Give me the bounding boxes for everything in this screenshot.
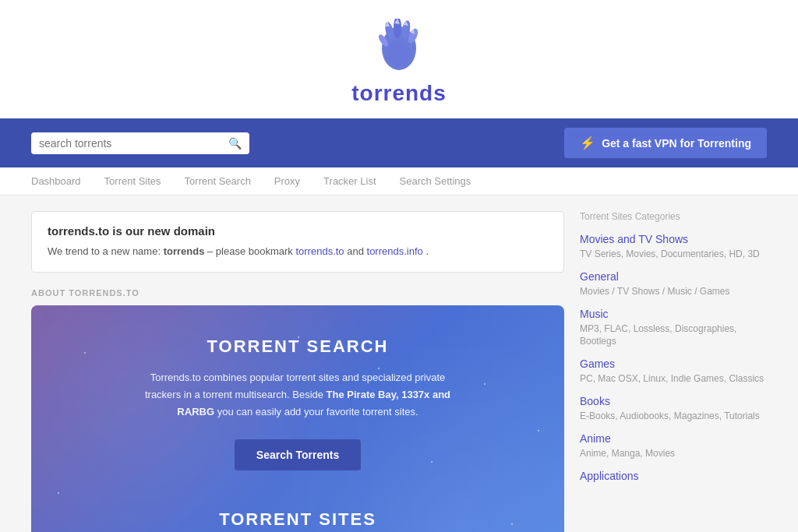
nav-bar: 🔍 ⚡ Get a fast VPN for Torrenting xyxy=(0,118,798,167)
nav-link-proxy[interactable]: Proxy xyxy=(274,175,300,187)
category-anime-link[interactable]: Anime xyxy=(580,432,767,445)
nav-links: Dashboard Torrent Sites Torrent Search P… xyxy=(0,167,798,196)
category-general: General Movies / TV Shows / Music / Game… xyxy=(580,270,767,297)
main-content: torrends.to is our new domain We trend t… xyxy=(0,196,798,532)
notice-text-mid: – please bookmark xyxy=(207,245,295,257)
search-torrents-button[interactable]: Search Torrents xyxy=(235,439,361,470)
logo-icon xyxy=(368,19,430,81)
notice-box: torrends.to is our new domain We trend t… xyxy=(31,211,564,273)
category-books: Books E-Books, Audiobooks, Magazines, Tu… xyxy=(580,395,767,421)
search-box[interactable]: 🔍 xyxy=(31,132,249,154)
notice-link-torrends-info[interactable]: torrends.info xyxy=(367,245,423,257)
category-applications: Applications xyxy=(580,470,767,482)
notice-title: torrends.to is our new domain xyxy=(48,224,548,238)
content-area: torrends.to is our new domain We trend t… xyxy=(31,211,564,532)
nav-link-search-settings[interactable]: Search Settings xyxy=(400,175,471,187)
notice-link-torrends-to[interactable]: torrends.to xyxy=(295,245,344,257)
nav-link-dashboard[interactable]: Dashboard xyxy=(31,175,81,187)
feature-card: TORRENT SEARCH Torrends.to combines popu… xyxy=(31,305,564,533)
category-anime: Anime Anime, Manga, Movies xyxy=(580,432,767,459)
category-general-desc: Movies / TV Shows / Music / Games xyxy=(580,286,730,297)
feature-description: Torrends.to combines popular torrent sit… xyxy=(134,369,461,421)
category-music: Music MP3, FLAC, Lossless, Discographies… xyxy=(580,308,767,347)
header: torrends 🔍 ⚡ Get a fast VPN for Torrenti… xyxy=(0,0,798,196)
feature-title: TORRENT SEARCH xyxy=(47,336,549,357)
search-input[interactable] xyxy=(39,137,228,150)
category-games-desc: PC, Mac OSX, Linux, Indie Games, Classic… xyxy=(580,373,764,384)
logo-text: torrends xyxy=(351,81,447,106)
torrent-sites-title: TORRENT SITES xyxy=(62,509,533,530)
category-books-desc: E-Books, Audiobooks, Magazines, Tutorial… xyxy=(580,410,760,421)
notice-text-start: We trend to a new name: xyxy=(48,245,164,257)
category-books-link[interactable]: Books xyxy=(580,395,767,407)
search-icon[interactable]: 🔍 xyxy=(228,137,242,150)
sidebar-title: Torrent Sites Categories xyxy=(580,211,767,222)
category-games-link[interactable]: Games xyxy=(580,358,767,370)
nav-link-torrent-search[interactable]: Torrent Search xyxy=(185,175,251,187)
svg-point-6 xyxy=(388,41,410,66)
nav-link-tracker-list[interactable]: Tracker List xyxy=(323,175,376,187)
vpn-button[interactable]: ⚡ Get a fast VPN for Torrenting xyxy=(564,128,767,158)
category-games: Games PC, Mac OSX, Linux, Indie Games, C… xyxy=(580,358,767,384)
feature-desc-end: you can easily add your favorite torrent… xyxy=(217,406,418,417)
category-general-link[interactable]: General xyxy=(580,270,767,283)
sidebar: Torrent Sites Categories Movies and TV S… xyxy=(580,211,767,532)
torrent-sites-section: TORRENT SITES Best Torrent Sites of 2022… xyxy=(47,494,549,532)
bolt-icon: ⚡ xyxy=(580,136,595,150)
category-movies-tv: Movies and TV Shows TV Series, Movies, D… xyxy=(580,233,767,259)
category-movies-tv-desc: TV Series, Movies, Documentaries, HD, 3D xyxy=(580,248,760,259)
category-movies-tv-link[interactable]: Movies and TV Shows xyxy=(580,233,767,245)
category-music-link[interactable]: Music xyxy=(580,308,767,320)
notice-bold: torrends xyxy=(164,245,205,257)
notice-text-end: . xyxy=(425,245,429,257)
notice-text-and: and xyxy=(347,245,366,257)
logo-area: torrends xyxy=(351,19,447,106)
category-music-desc: MP3, FLAC, Lossless, Discographies, Boot… xyxy=(580,323,736,347)
notice-text: We trend to a new name: torrends – pleas… xyxy=(48,244,548,259)
about-label: ABOUT TORRENDS.TO xyxy=(31,288,564,298)
nav-link-torrent-sites[interactable]: Torrent Sites xyxy=(104,175,161,187)
category-anime-desc: Anime, Manga, Movies xyxy=(580,448,675,459)
category-applications-link[interactable]: Applications xyxy=(580,470,767,482)
